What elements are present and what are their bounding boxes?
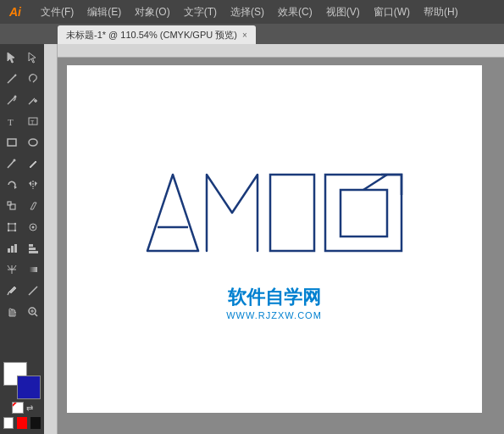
left-ruler — [44, 44, 58, 434]
menu-edit[interactable]: 编辑(E) — [80, 0, 128, 24]
svg-rect-33 — [29, 267, 37, 272]
svg-line-48 — [363, 175, 387, 190]
swap-colors-icon[interactable]: ⇄ — [26, 403, 33, 413]
mesh-tool[interactable] — [2, 259, 22, 280]
bar-graph-tool[interactable] — [23, 238, 43, 259]
svg-point-22 — [14, 223, 15, 225]
quick-color-row — [3, 417, 41, 429]
area-type-tool[interactable]: T — [23, 111, 43, 131]
tool-row-1 — [0, 47, 44, 68]
tool-row-9 — [0, 217, 44, 237]
free-transform-tool[interactable] — [2, 217, 22, 237]
tool-row-8 — [0, 196, 44, 216]
svg-line-34 — [8, 292, 9, 295]
tab-close-button[interactable]: × — [242, 31, 247, 40]
svg-line-38 — [35, 314, 37, 316]
svg-text:T: T — [8, 117, 14, 127]
artboard: 软件自学网 WWW.RJZXW.COM — [67, 65, 482, 413]
svg-point-23 — [7, 230, 8, 231]
stroke-fill-selector[interactable] — [3, 362, 41, 399]
watermark-text: 软件自学网 — [226, 285, 322, 310]
app-logo: Ai — [0, 0, 30, 24]
menu-effect[interactable]: 效果(C) — [271, 0, 319, 24]
rotate-tool[interactable] — [2, 175, 22, 195]
svg-rect-32 — [29, 251, 38, 253]
svg-line-3 — [14, 75, 16, 76]
svg-rect-20 — [8, 224, 15, 231]
pencil-tool[interactable] — [23, 153, 43, 174]
shear-tool[interactable] — [23, 196, 43, 216]
svg-rect-10 — [8, 139, 16, 146]
svg-rect-28 — [11, 246, 14, 253]
svg-marker-15 — [29, 181, 31, 186]
eyedropper-tool[interactable] — [2, 281, 22, 301]
menu-text[interactable]: 文字(T) — [177, 0, 224, 24]
black-color[interactable] — [30, 417, 41, 429]
tool-row-10 — [0, 238, 44, 259]
symbol-tool[interactable] — [23, 217, 43, 237]
watermark: 软件自学网 WWW.RJZXW.COM — [226, 285, 322, 320]
svg-rect-27 — [8, 248, 10, 253]
reflect-tool[interactable] — [23, 175, 43, 195]
lasso-tool[interactable] — [23, 69, 43, 89]
menu-file[interactable]: 文件(F) — [34, 0, 80, 24]
direct-selection-tool[interactable] — [23, 47, 43, 68]
svg-line-2 — [8, 76, 14, 83]
column-graph-tool[interactable] — [2, 238, 22, 259]
svg-marker-43 — [163, 185, 183, 221]
tool-row-3 — [0, 90, 44, 110]
gradient-tool[interactable] — [23, 259, 43, 280]
scale-tool[interactable] — [2, 196, 22, 216]
menu-object[interactable]: 对象(O) — [128, 0, 176, 24]
ellipse-tool[interactable] — [23, 132, 43, 153]
svg-point-26 — [31, 226, 34, 229]
svg-point-24 — [14, 230, 15, 231]
svg-marker-16 — [35, 181, 37, 186]
svg-point-21 — [7, 223, 8, 225]
svg-rect-30 — [29, 244, 33, 247]
tool-row-11 — [0, 259, 44, 280]
top-ruler — [44, 44, 504, 58]
white-color[interactable] — [3, 417, 14, 429]
menu-help[interactable]: 帮助(H) — [417, 0, 465, 24]
type-tool[interactable]: T — [2, 111, 22, 131]
svg-rect-45 — [277, 181, 307, 244]
svg-point-4 — [14, 96, 16, 98]
none-icon[interactable] — [12, 402, 24, 414]
svg-rect-47 — [341, 190, 387, 236]
document-tab[interactable]: 未标题-1* @ 110.54% (CMYK/GPU 预览) × — [58, 25, 256, 44]
tool-row-6 — [0, 153, 44, 174]
zoom-tool[interactable] — [23, 302, 43, 322]
watermark-url: WWW.RJZXW.COM — [226, 310, 322, 320]
svg-rect-29 — [14, 244, 17, 253]
svg-point-12 — [13, 159, 15, 162]
toolbar: T T — [0, 44, 44, 434]
measure-tool[interactable] — [23, 281, 43, 301]
tool-row-13 — [0, 302, 44, 322]
stroke-swatch[interactable] — [17, 376, 41, 399]
tab-bar: 未标题-1* @ 110.54% (CMYK/GPU 预览) × — [0, 24, 504, 44]
svg-marker-1 — [29, 53, 36, 63]
menu-view[interactable]: 视图(V) — [319, 0, 367, 24]
main-area: T T — [0, 44, 504, 434]
pen-tool[interactable] — [2, 90, 22, 110]
paintbrush-tool[interactable] — [2, 153, 22, 174]
menu-select[interactable]: 选择(S) — [224, 0, 271, 24]
hand-tool[interactable] — [2, 302, 22, 322]
add-anchor-tool[interactable] — [23, 90, 43, 110]
magic-wand-tool[interactable] — [2, 69, 22, 89]
red-color[interactable] — [17, 417, 27, 429]
selection-tool[interactable] — [2, 47, 22, 68]
svg-point-11 — [29, 139, 37, 146]
svg-rect-31 — [29, 248, 36, 250]
rectangle-tool[interactable] — [2, 132, 22, 153]
amd-logo-svg — [139, 158, 410, 268]
svg-marker-0 — [8, 53, 14, 63]
canvas-area: 软件自学网 WWW.RJZXW.COM — [44, 44, 504, 434]
menu-window[interactable]: 窗口(W) — [367, 0, 417, 24]
tool-row-5 — [0, 132, 44, 153]
color-area: ⇄ — [0, 357, 44, 434]
svg-marker-19 — [30, 203, 36, 209]
title-bar: Ai 文件(F) 编辑(E) 对象(O) 文字(T) 选择(S) 效果(C) 视… — [0, 0, 504, 24]
tool-row-7 — [0, 175, 44, 195]
